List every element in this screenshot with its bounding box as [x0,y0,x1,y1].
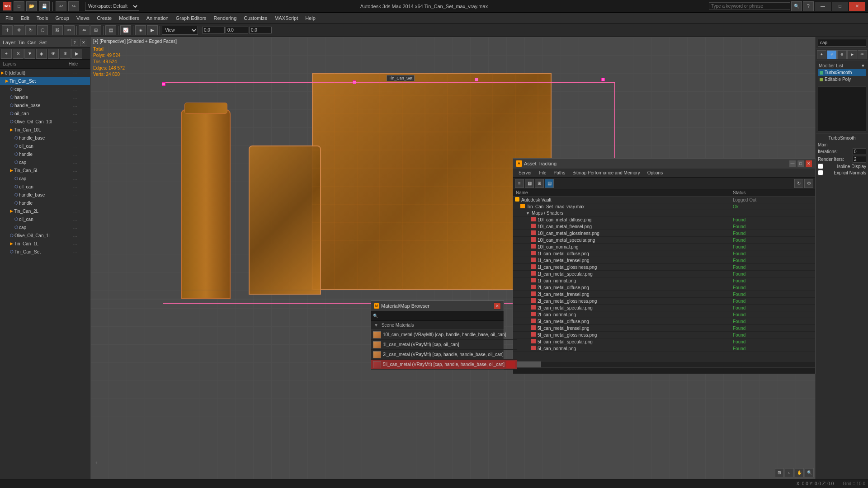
y-coord[interactable] [226,27,248,33]
ts-explicit-check[interactable] [818,170,823,175]
at-row-16[interactable]: 2l_can_metal_specular.png Found [513,305,815,311]
menu-views[interactable]: Views [73,14,93,22]
mod-item-turbosmooth[interactable]: TurboSmooth [818,69,866,76]
layer-row-14[interactable]: ⬡ oil_can … [0,183,90,191]
layer-row-16[interactable]: ⬡ handle … [0,199,90,207]
at-row-22[interactable]: 5l_can_normal.png Found [513,345,815,352]
layer-row-11[interactable]: ⬡ cap … [0,158,90,166]
layer-row-21[interactable]: ▶ Tin_Can_1L … [0,239,90,248]
curve-editor-btn[interactable]: 📈 [120,25,131,35]
at-close-btn[interactable]: ✕ [805,160,812,167]
menu-group[interactable]: Group [52,14,73,22]
at-row-5[interactable]: 10l_can_metal_glossiness.png Found [513,230,815,237]
minimize-btn[interactable]: — [815,2,831,11]
rotate-btn[interactable]: ↻ [25,25,36,35]
help-btn[interactable]: ? [803,1,814,11]
move-btn[interactable]: ✥ [14,25,24,35]
mat-row-3[interactable]: 5ll_can_metal (VRayMtl) [cap, handle, ha… [371,360,517,370]
layers-render-btn[interactable]: ▶ [71,49,82,59]
zoom-btn[interactable]: 🔍 [805,468,814,477]
at-table-btn[interactable]: ▤ [545,179,554,188]
workspace-dropdown[interactable]: Workspace: Default [85,2,139,11]
render-btn[interactable]: ▶ [147,25,158,35]
mod-item-editablepoly[interactable]: Editable Poly [818,76,866,83]
at-horizontal-scrollbar[interactable] [513,361,815,367]
cmd-display-btn[interactable]: 👁 [858,50,867,59]
cmd-motion-btn[interactable]: ▶ [847,50,857,59]
search-btn[interactable]: 🔍 [791,1,802,11]
cmd-create-btn[interactable]: ✦ [817,50,826,59]
menu-tools[interactable]: Tools [33,14,52,22]
at-menu-server[interactable]: Server [515,169,535,176]
layer-row-12[interactable]: ▶ Tin_Can_5L … [0,166,90,174]
save-btn[interactable]: 💾 [39,1,50,11]
layers-sel-from-btn[interactable]: ◈ [36,49,47,59]
menu-modifiers[interactable]: Modifiers [115,14,143,22]
layer-row-18[interactable]: ⬡ oil_can … [0,215,90,223]
x-coord[interactable] [202,27,225,33]
layer-row-6[interactable]: ⬡ Olive_Oil_Can_10l … [0,117,90,126]
layer-row-20[interactable]: ⬡ Olive_Oil_Can_1l … [0,231,90,239]
menu-animation[interactable]: Animation [143,14,172,22]
layer-btn[interactable]: ▤ [105,25,116,35]
at-row-8[interactable]: 1l_can_metal_diffuse.png Found [513,250,815,257]
unlink-btn[interactable]: ✂ [64,25,75,35]
at-menu-file[interactable]: File [535,169,550,176]
layer-row-19[interactable]: ⬡ cap … [0,223,90,231]
mb-close-btn[interactable]: ✕ [494,302,501,310]
layer-row-9[interactable]: ⬡ oil_can … [0,142,90,150]
menu-help[interactable]: Help [302,14,319,22]
at-row-7[interactable]: 10l_can_normal.png Found [513,244,815,250]
layer-row-22[interactable]: ⬡ Tin_Can_Set … [0,248,90,256]
at-row-21[interactable]: 5l_can_metal_specular.png Found [513,338,815,345]
ts-iterations-input[interactable] [853,148,866,155]
menu-maxscript[interactable]: MAXScript [271,14,302,22]
layer-row-3[interactable]: ⬡ handle … [0,93,90,101]
at-menu-options[interactable]: Options [644,169,666,176]
mirror-btn[interactable]: ⇔ [79,25,90,35]
layer-row-13[interactable]: ⬡ cap … [0,174,90,183]
at-row-12[interactable]: 1l_can_normal.png Found [513,277,815,284]
at-row-13[interactable]: 2l_can_metal_diffuse.png Found [513,284,815,291]
cmd-hierarchy-btn[interactable]: ⊕ [837,50,847,59]
layer-row-8[interactable]: ⬡ handle_base … [0,134,90,142]
material-editor-btn[interactable]: ◈ [135,25,146,35]
at-detail-btn[interactable]: ▦ [525,179,534,188]
orbit-btn[interactable]: ○ [785,468,794,477]
layer-row-15[interactable]: ⬡ handle_base … [0,191,90,199]
align-btn[interactable]: ⊞ [90,25,101,35]
at-row-6[interactable]: 10l_can_metal_specular.png Found [513,237,815,244]
open-btn[interactable]: 📂 [26,1,37,11]
ts-renderiters-input[interactable] [853,156,866,163]
zoom-extents-btn[interactable]: ⊞ [775,468,784,477]
at-row-20[interactable]: 5l_can_metal_glossiness.png Found [513,332,815,338]
layers-help-btn[interactable]: ? [71,39,78,46]
at-row-10[interactable]: 1l_can_metal_glossiness.png Found [513,264,815,271]
layers-delete-btn[interactable]: ✕ [13,49,24,59]
scale-btn[interactable]: ⬡ [37,25,48,35]
at-icon-btn[interactable]: ⊞ [535,179,544,188]
at-menu-paths[interactable]: Paths [550,169,569,176]
layer-row-17[interactable]: ▶ Tin_Can_2L … [0,207,90,215]
at-row-15[interactable]: 2l_can_metal_glossiness.png Found [513,298,815,305]
layer-row-0[interactable]: ▶ 0 (default) … [0,69,90,77]
redo-btn[interactable]: ↪ [68,1,79,11]
object-name-input[interactable] [818,39,866,47]
at-row-9[interactable]: 1l_can_metal_frensel.png Found [513,257,815,264]
layer-row-4[interactable]: ⬡ handle_base … [0,101,90,109]
mat-row-0[interactable]: 10l_can_metal (VRayMtl) [cap, handle, ha… [371,330,517,340]
at-row-17[interactable]: 2l_can_normal.png Found [513,311,815,318]
layer-row-5[interactable]: ⬡ oil_can … [0,109,90,117]
ts-isoline-check[interactable] [818,164,823,169]
at-maximize-btn[interactable]: □ [797,160,804,167]
at-row-0[interactable]: Autodesk Vault Logged Out [513,197,815,203]
at-row-1[interactable]: Tin_Can_Set_max_vray.max Ok [513,203,815,210]
search-input[interactable] [709,2,790,10]
at-row-18[interactable]: 5l_can_metal_diffuse.png Found [513,318,815,325]
menu-edit[interactable]: Edit [17,14,33,22]
layer-row-10[interactable]: ⬡ handle … [0,150,90,158]
at-row-4[interactable]: 10l_can_metal_frensel.png Found [513,223,815,230]
at-row-11[interactable]: 1l_can_metal_specular.png Found [513,271,815,277]
cmd-modify-btn[interactable]: ✐ [827,50,836,59]
mat-row-2[interactable]: 2l_can_metal (VRayMtl) [cap, handle, han… [371,350,517,360]
